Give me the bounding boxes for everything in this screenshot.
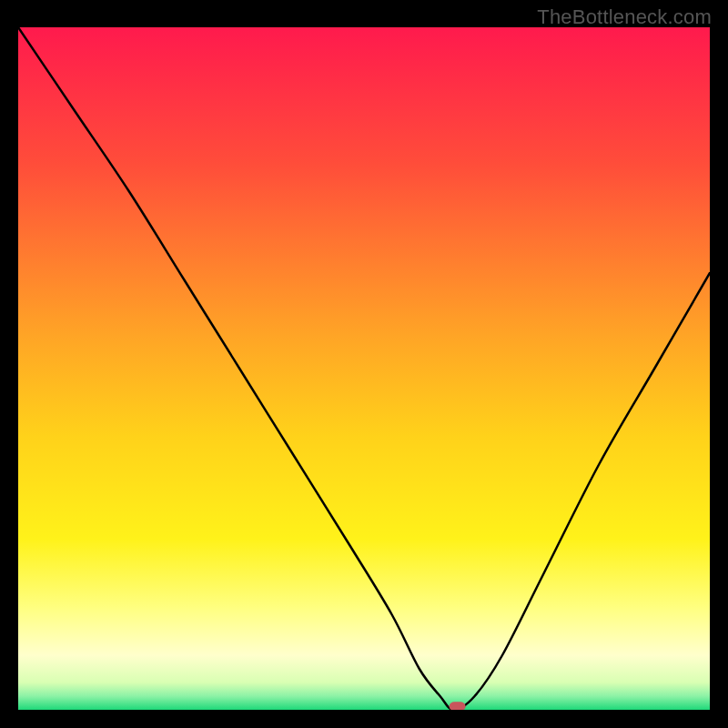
optimal-marker: [450, 702, 466, 710]
gradient-background: [18, 27, 710, 710]
chart-plot: [18, 27, 710, 710]
watermark-label: TheBottleneck.com: [537, 5, 712, 29]
chart-stage: TheBottleneck.com: [0, 0, 728, 728]
chart-svg: [18, 27, 710, 710]
